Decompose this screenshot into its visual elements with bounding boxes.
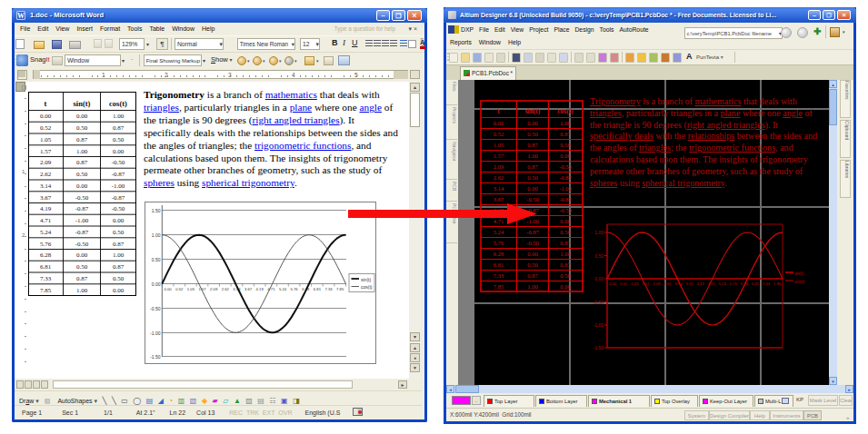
svg-text:cos(t): cos(t)	[361, 284, 373, 290]
svg-text:6.28: 6.28	[40, 252, 52, 259]
svg-text:1.00: 1.00	[527, 283, 537, 290]
svg-text:0.52: 0.52	[175, 287, 184, 291]
svg-text:0.00: 0.00	[527, 251, 537, 257]
svg-text:5.76: 5.76	[40, 241, 52, 248]
svg-text:5.76: 5.76	[291, 287, 299, 291]
svg-text:4.19: 4.19	[696, 281, 704, 286]
svg-text:sin(t): sin(t)	[74, 99, 91, 108]
svg-text:4.19: 4.19	[40, 205, 52, 212]
svg-text:1.05: 1.05	[40, 136, 52, 143]
svg-text:1.00: 1.00	[76, 148, 88, 155]
svg-text:0.87: 0.87	[527, 272, 538, 279]
svg-text:0.50: 0.50	[76, 171, 88, 178]
svg-text:0.00: 0.00	[113, 287, 125, 294]
svg-text:0.00: 0.00	[76, 182, 88, 190]
svg-text:2.09: 2.09	[494, 163, 504, 170]
svg-text:0.50: 0.50	[560, 229, 570, 235]
svg-text:0.00: 0.00	[594, 276, 604, 281]
svg-text:0.87: 0.87	[560, 240, 571, 246]
svg-text:0.87: 0.87	[560, 131, 571, 137]
svg-text:1.00: 1.00	[113, 113, 125, 120]
svg-text:-0.87: -0.87	[112, 171, 125, 178]
svg-text:6.81: 6.81	[40, 263, 52, 271]
svg-text:-1.00: -1.00	[112, 182, 125, 190]
svg-text:1.57: 1.57	[40, 148, 52, 155]
svg-text:cos(t): cos(t)	[794, 280, 805, 284]
svg-text:0.00: 0.00	[527, 120, 537, 126]
svg-text:-0.50: -0.50	[559, 207, 572, 213]
svg-text:-0.50: -0.50	[112, 159, 125, 166]
svg-text:0.00: 0.00	[494, 120, 504, 126]
svg-text:7.85: 7.85	[336, 287, 344, 291]
svg-text:0.50: 0.50	[76, 124, 88, 132]
svg-text:-0.87: -0.87	[75, 205, 89, 212]
svg-text:-0.87: -0.87	[559, 174, 572, 181]
svg-text:3.67: 3.67	[40, 194, 52, 202]
svg-text:0.87: 0.87	[560, 261, 571, 268]
svg-text:0.50: 0.50	[527, 174, 537, 181]
svg-text:7.85: 7.85	[40, 287, 52, 294]
svg-text:0.52: 0.52	[620, 281, 628, 286]
svg-text:7.33: 7.33	[324, 287, 333, 291]
svg-text:1.50: 1.50	[152, 208, 161, 213]
svg-text:7.85: 7.85	[494, 283, 504, 290]
svg-text:-1.00: -1.00	[559, 185, 572, 192]
svg-text:0.50: 0.50	[527, 261, 537, 268]
svg-text:1.57: 1.57	[198, 287, 206, 291]
svg-text:6.81: 6.81	[494, 261, 504, 268]
svg-text:5.24: 5.24	[279, 287, 287, 291]
svg-text:-0.50: -0.50	[150, 306, 161, 311]
svg-text:1.00: 1.00	[560, 251, 570, 257]
svg-text:0.50: 0.50	[76, 263, 88, 271]
svg-text:0.00: 0.00	[76, 113, 88, 120]
svg-text:-0.87: -0.87	[75, 229, 89, 236]
svg-text:0.50: 0.50	[113, 136, 125, 143]
svg-text:1.57: 1.57	[494, 153, 504, 159]
svg-text:-0.87: -0.87	[559, 196, 572, 202]
svg-text:2.62: 2.62	[494, 174, 504, 181]
svg-text:-0.50: -0.50	[75, 241, 89, 248]
svg-text:0.00: 0.00	[609, 281, 617, 286]
svg-text:-0.50: -0.50	[112, 205, 125, 212]
svg-text:7.33: 7.33	[494, 272, 504, 279]
svg-text:5.24: 5.24	[40, 229, 52, 236]
svg-text:0.50: 0.50	[113, 229, 125, 236]
svg-text:7.33: 7.33	[40, 275, 52, 282]
svg-text:0.87: 0.87	[527, 142, 538, 148]
svg-text:0.00: 0.00	[165, 287, 173, 291]
svg-text:0.87: 0.87	[76, 275, 88, 282]
svg-text:1.00: 1.00	[594, 230, 604, 235]
svg-text:4.71: 4.71	[267, 287, 275, 291]
svg-text:0.87: 0.87	[527, 163, 538, 170]
svg-text:0.50: 0.50	[113, 275, 125, 282]
svg-text:0.87: 0.87	[76, 159, 88, 166]
svg-text:2.09: 2.09	[210, 287, 218, 291]
svg-text:-0.87: -0.87	[526, 229, 539, 235]
svg-text:-0.50: -0.50	[75, 194, 89, 202]
svg-text:3.14: 3.14	[494, 185, 504, 192]
svg-text:0.00: 0.00	[113, 217, 125, 224]
svg-text:1.05: 1.05	[494, 142, 504, 148]
svg-text:6.81: 6.81	[314, 287, 322, 291]
svg-text:0.00: 0.00	[527, 185, 537, 192]
svg-text:0.87: 0.87	[113, 241, 125, 248]
svg-text:7.85: 7.85	[773, 281, 782, 286]
svg-text:t: t	[45, 99, 47, 108]
svg-text:7.33: 7.33	[763, 281, 771, 286]
svg-text:5.24: 5.24	[494, 229, 504, 235]
svg-text:0.50: 0.50	[527, 131, 537, 137]
svg-text:3.67: 3.67	[244, 287, 253, 291]
svg-text:-0.50: -0.50	[559, 163, 572, 170]
svg-text:0.52: 0.52	[40, 124, 52, 132]
svg-text:0.87: 0.87	[113, 263, 125, 271]
svg-text:2.62: 2.62	[663, 281, 672, 286]
svg-text:5.76: 5.76	[494, 240, 504, 246]
svg-text:1.00: 1.00	[527, 153, 537, 159]
svg-text:-0.50: -0.50	[526, 240, 539, 246]
svg-text:6.28: 6.28	[494, 251, 504, 257]
svg-text:sin(t): sin(t)	[525, 107, 541, 115]
svg-text:1.05: 1.05	[631, 281, 639, 286]
svg-text:0.00: 0.00	[113, 148, 125, 155]
svg-text:0.87: 0.87	[76, 136, 88, 143]
svg-text:0.50: 0.50	[152, 257, 161, 262]
